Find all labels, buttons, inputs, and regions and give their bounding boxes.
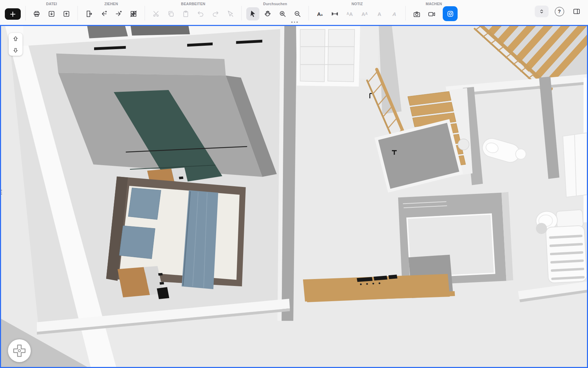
radiator[interactable] <box>545 225 587 283</box>
decor-sphere[interactable] <box>516 149 526 159</box>
add-button[interactable] <box>5 8 21 20</box>
separator <box>309 6 309 20</box>
text-italic-button[interactable]: A <box>388 7 401 20</box>
dpad-icon <box>11 342 28 359</box>
aperture-icon <box>447 10 454 18</box>
separator <box>25 6 26 20</box>
separator <box>405 6 406 20</box>
separator <box>241 6 242 20</box>
italic-a-icon: A <box>393 11 396 17</box>
print-icon <box>33 10 40 18</box>
redo-icon <box>212 10 219 18</box>
plan-arrow-icon <box>85 10 93 18</box>
font-decrease-icon: AA <box>361 11 368 17</box>
scissors-icon <box>152 10 160 18</box>
arrow-left-plus-icon <box>100 10 108 18</box>
dimension-icon <box>331 10 339 18</box>
group-notiz: NOTIZ A+ AA AA A A <box>313 2 401 20</box>
side-panel-icon <box>573 8 580 15</box>
group-machen: MACHEN <box>410 2 458 21</box>
arrow-left-add-button[interactable] <box>97 7 110 20</box>
chevrons-up-down-icon <box>538 8 545 15</box>
cursor-icon <box>249 10 257 18</box>
zoom-out-icon <box>294 10 301 18</box>
plus-icon <box>9 10 17 18</box>
arrow-right-add-button[interactable] <box>112 7 125 20</box>
separator <box>145 6 145 20</box>
add-text-button[interactable]: A+ <box>313 7 327 20</box>
text-bold-button[interactable]: A <box>373 7 386 20</box>
group-durchsuchen-label: Durchsuchen <box>263 2 287 6</box>
group-add <box>5 2 21 20</box>
pillow <box>119 226 155 259</box>
toolbar-right: ? <box>535 2 583 18</box>
panels-button[interactable] <box>570 5 583 18</box>
export-icon <box>63 10 70 18</box>
video-camera-icon <box>428 10 435 18</box>
cut-button[interactable] <box>149 7 163 20</box>
level-down-button[interactable] <box>9 44 22 56</box>
toolbar-left: DATEI ZIEHEN <box>5 2 458 21</box>
floorplan-3d-view[interactable] <box>1 26 587 367</box>
font-increase-button[interactable]: AA <box>343 7 356 20</box>
group-durchsuchen: Durchsuchen <box>246 2 304 20</box>
home-design-app: { "toolbar": { "groups": [ {"label": "DA… <box>0 0 588 368</box>
clipboard-icon <box>182 10 190 18</box>
export-file-button[interactable] <box>60 7 73 20</box>
zoom-in-icon <box>279 10 286 18</box>
group-notiz-label: NOTIZ <box>351 2 363 6</box>
paste-style-button[interactable] <box>224 7 237 20</box>
group-machen-label: MACHEN <box>426 2 442 6</box>
paste-button[interactable] <box>179 7 192 20</box>
rooms-grid-button[interactable] <box>127 7 140 20</box>
arrow-up-icon <box>12 35 19 42</box>
zoom-in-button[interactable] <box>276 7 289 20</box>
group-datei-label: DATEI <box>46 2 57 6</box>
collapse-toolbar-button[interactable] <box>535 6 549 17</box>
video-button[interactable] <box>425 8 438 21</box>
copy-button[interactable] <box>164 7 177 20</box>
pan-tool-button[interactable] <box>261 7 274 20</box>
dpad-navigation[interactable] <box>8 339 31 362</box>
render-button[interactable] <box>443 6 458 21</box>
left-drag-handle[interactable] <box>1 190 2 195</box>
hand-icon <box>264 10 272 18</box>
group-datei: DATEI <box>30 2 73 20</box>
style-cursor-icon <box>227 10 234 18</box>
redo-button[interactable] <box>209 7 222 20</box>
font-increase-icon: AA <box>347 11 353 17</box>
canvas-drag-handle[interactable] <box>291 21 298 23</box>
add-dimension-button[interactable] <box>328 7 341 20</box>
group-bearbeiten: BEARBEITEN <box>149 2 237 20</box>
add-text-icon: A+ <box>317 11 323 17</box>
undo-button[interactable] <box>194 7 207 20</box>
select-tool-button[interactable] <box>246 7 259 20</box>
group-ziehen: ZIEHEN <box>82 2 140 20</box>
drag-plan-button[interactable] <box>82 7 95 20</box>
right-wardrobe[interactable] <box>563 133 587 197</box>
pillow <box>128 188 161 220</box>
3d-viewport[interactable] <box>0 25 588 368</box>
arrow-right-plus-icon <box>115 10 122 18</box>
group-ziehen-label: ZIEHEN <box>104 2 118 6</box>
import-icon <box>48 10 55 18</box>
copy-icon <box>167 10 175 18</box>
radiator-ball <box>536 223 547 234</box>
zoom-out-button[interactable] <box>291 7 304 20</box>
group-add-label <box>11 2 15 6</box>
print-button[interactable] <box>30 7 43 20</box>
group-bearbeiten-label: BEARBEITEN <box>181 2 205 6</box>
separator <box>77 6 78 20</box>
level-up-button[interactable] <box>9 33 22 44</box>
decor-ball[interactable] <box>458 139 469 150</box>
french-door[interactable] <box>296 26 379 87</box>
import-file-button[interactable] <box>45 7 58 20</box>
camera-icon <box>413 10 421 18</box>
level-navigator <box>9 33 22 56</box>
font-decrease-button[interactable]: AA <box>358 7 371 20</box>
rooms-grid-slash-icon <box>130 10 137 18</box>
arrow-down-icon <box>12 47 19 54</box>
question-mark-icon: ? <box>555 7 564 16</box>
photo-button[interactable] <box>410 8 423 21</box>
help-button[interactable]: ? <box>553 5 566 18</box>
